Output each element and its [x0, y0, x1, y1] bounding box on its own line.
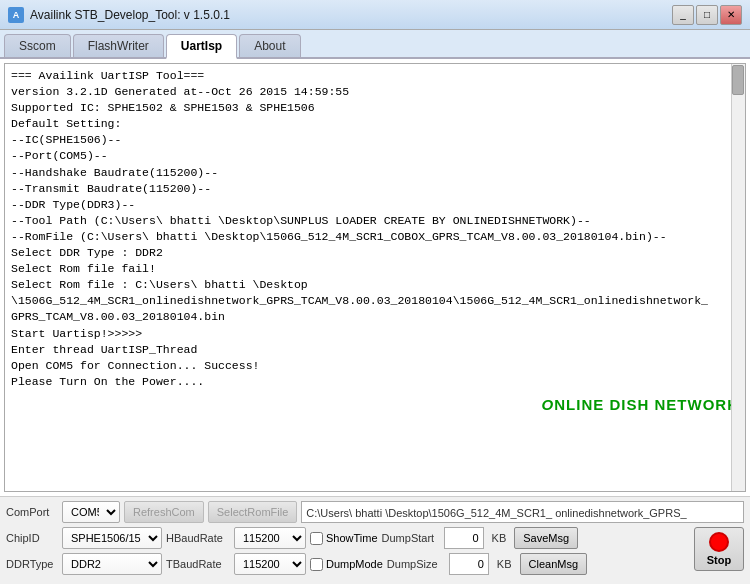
dumpmode-wrap: DumpMode: [310, 558, 383, 571]
hbaudrate-label: HBaudRate: [166, 532, 230, 544]
close-button[interactable]: ✕: [720, 5, 742, 25]
dumpmode-checkbox[interactable]: [310, 558, 323, 571]
main-content: === Availink UartISP Tool===version 3.2.…: [0, 59, 750, 583]
log-line: Enter thread UartISP_Thread: [11, 342, 739, 358]
ddrtype-label: DDRType: [6, 558, 58, 570]
control-row-1: ComPort COM5 RefreshCom SelectRomFile C:…: [6, 501, 744, 523]
window-controls: _ □ ✕: [672, 5, 742, 25]
showtime-label: ShowTime: [326, 532, 378, 544]
stop-button[interactable]: Stop: [694, 527, 744, 571]
log-line: Select Rom file : C:\Users\ bhatti \Desk…: [11, 277, 739, 293]
dumpstart-input[interactable]: [444, 527, 484, 549]
log-line: --IC(SPHE1506)--: [11, 132, 739, 148]
app-title: Availink STB_Develop_Tool: v 1.5.0.1: [30, 8, 672, 22]
log-line: --Handshake Baudrate(115200)--: [11, 165, 739, 181]
tab-flashwriter[interactable]: FlashWriter: [73, 34, 164, 57]
comport-select[interactable]: COM5: [62, 501, 120, 523]
tbaudrate-select[interactable]: 115200: [234, 553, 306, 575]
log-line: Supported IC: SPHE1502 & SPHE1503 & SPHE…: [11, 100, 739, 116]
tab-uartisp[interactable]: UartIsp: [166, 34, 237, 59]
savemsg-button[interactable]: SaveMsg: [514, 527, 578, 549]
comport-label: ComPort: [6, 506, 58, 518]
file-path-display: C:\Users\ bhatti \Desktop\1506G_512_4M_S…: [301, 501, 744, 523]
ddrtype-select[interactable]: DDR2: [62, 553, 162, 575]
log-line: --DDR Type(DDR3)--: [11, 197, 739, 213]
control-row-3: DDRType DDR2 TBaudRate 115200 DumpMode D…: [6, 553, 690, 575]
dumpstart-label: DumpStart: [382, 532, 440, 544]
tab-bar: Sscom FlashWriter UartIsp About: [0, 30, 750, 59]
log-area[interactable]: === Availink UartISP Tool===version 3.2.…: [4, 63, 746, 492]
kb-label-2: KB: [497, 558, 512, 570]
maximize-button[interactable]: □: [696, 5, 718, 25]
scrollbar[interactable]: [731, 64, 745, 491]
log-line: Select Rom file fail!: [11, 261, 739, 277]
showtime-wrap: ShowTime: [310, 532, 378, 545]
log-line: Please Turn On the Power....: [11, 374, 739, 390]
log-line: \1506G_512_4M_SCR1_onlinedishnetwork_GPR…: [11, 293, 739, 309]
dumpsize-input[interactable]: [449, 553, 489, 575]
log-line: version 3.2.1D Generated at--Oct 26 2015…: [11, 84, 739, 100]
title-bar: A Availink STB_Develop_Tool: v 1.5.0.1 _…: [0, 0, 750, 30]
kb-label-1: KB: [492, 532, 507, 544]
stop-label: Stop: [707, 554, 731, 566]
log-line: --Tool Path (C:\Users\ bhatti \Desktop\S…: [11, 213, 739, 229]
tbaudrate-label: TBaudRate: [166, 558, 230, 570]
app-icon: A: [8, 7, 24, 23]
log-line: --RomFile (C:\Users\ bhatti \Desktop\150…: [11, 229, 739, 245]
log-line: GPRS_TCAM_V8.00.03_20180104.bin: [11, 309, 739, 325]
tab-about[interactable]: About: [239, 34, 300, 57]
log-line: Open COM5 for Connection... Success!: [11, 358, 739, 374]
refresh-com-button[interactable]: RefreshCom: [124, 501, 204, 523]
dumpmode-label: DumpMode: [326, 558, 383, 570]
log-line: --Port(COM5)--: [11, 148, 739, 164]
log-line: === Availink UartISP Tool===: [11, 68, 739, 84]
log-line: Default Setting:: [11, 116, 739, 132]
cleanmsg-button[interactable]: CleanMsg: [520, 553, 588, 575]
dumpsize-label: DumpSize: [387, 558, 445, 570]
chipid-label: ChipID: [6, 532, 58, 544]
log-line: --Transmit Baudrate(115200)--: [11, 181, 739, 197]
stop-icon: [709, 532, 729, 552]
scrollbar-thumb[interactable]: [732, 65, 744, 95]
minimize-button[interactable]: _: [672, 5, 694, 25]
bottom-controls: ComPort COM5 RefreshCom SelectRomFile C:…: [0, 496, 750, 583]
brand-text: ONLINE DISH NETWORK: [11, 394, 739, 415]
log-line: Select DDR Type : DDR2: [11, 245, 739, 261]
showtime-checkbox[interactable]: [310, 532, 323, 545]
chipid-select[interactable]: SPHE1506/1505: [62, 527, 162, 549]
tab-sscom[interactable]: Sscom: [4, 34, 71, 57]
log-line: Start Uartisp!>>>>>: [11, 326, 739, 342]
select-rom-file-button[interactable]: SelectRomFile: [208, 501, 298, 523]
control-row-2: ChipID SPHE1506/1505 HBaudRate 115200 Sh…: [6, 527, 690, 549]
hbaudrate-select[interactable]: 115200: [234, 527, 306, 549]
